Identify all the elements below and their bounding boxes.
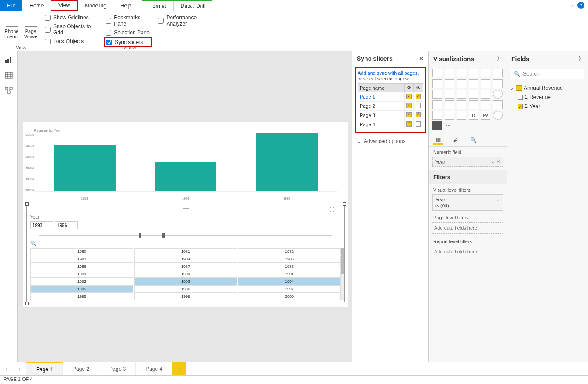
viz-donut-icon[interactable] [481,90,490,99]
viz-scatter-icon[interactable] [457,90,466,99]
year-cell[interactable]: 1990 [134,271,237,278]
viz-python-icon[interactable]: Py [481,111,490,120]
page-tab-4[interactable]: Page 4 [136,362,172,375]
page-filters-drop[interactable]: Add data fields here [432,222,503,234]
collapse-pane-icon[interactable]: 〉 [578,55,584,62]
year-cell[interactable]: 1989 [30,271,133,278]
resize-handle[interactable] [25,302,29,305]
viz-100-stacked-bar-icon[interactable] [481,69,490,77]
year-cell[interactable]: 1996 [134,285,237,293]
visible-checkbox[interactable] [416,121,421,127]
slicer-range[interactable] [39,233,332,238]
field-year[interactable]: ΣYear [510,102,585,111]
menu-format[interactable]: Format [142,1,173,11]
viz-line-icon[interactable] [432,79,442,88]
year-cell[interactable]: 1987 [134,263,237,270]
slicer-from-input[interactable] [30,221,53,229]
viz-custom-icon[interactable] [432,121,442,130]
viz-pie-icon[interactable] [469,90,478,99]
model-view-icon[interactable] [5,87,13,94]
year-cell[interactable]: 1981 [134,248,237,255]
page-tab-2[interactable]: Page 2 [63,362,99,375]
slicer-scroll-thumb[interactable] [341,248,344,274]
add-page-button[interactable]: + [172,362,186,375]
year-filter-card[interactable]: Year⌄ is (All) [432,194,503,211]
viz-line-stacked-icon[interactable] [481,79,490,88]
collapse-ribbon-icon[interactable]: ︿ [570,2,575,8]
visible-checkbox[interactable] [416,112,421,117]
move-grip-icon[interactable] [183,208,189,209]
report-filters-drop[interactable]: Add data fields here [432,246,503,257]
resize-handle[interactable] [343,302,346,305]
viz-ribbon-icon[interactable] [493,79,503,88]
sync-checkbox[interactable] [406,121,412,127]
year-cell[interactable]: 1980 [30,248,133,255]
year-cell[interactable]: 1985 [238,256,341,263]
chevron-down-icon[interactable]: ⌄ [496,197,500,203]
range-handle-to[interactable] [162,233,165,238]
page-prev-button[interactable]: ‹ [0,362,13,375]
viz-table-icon[interactable] [445,111,454,120]
viz-stacked-area-icon[interactable] [457,79,466,88]
field-checkbox[interactable] [518,104,523,109]
field-checkbox[interactable] [518,95,523,100]
viz-multi-row-card-icon[interactable] [481,100,490,109]
chart-bar[interactable] [155,162,216,192]
viz-card-icon[interactable] [469,100,478,109]
viz-arcgis-icon[interactable] [493,111,503,120]
phone-layout-button[interactable]: Phone Layout [3,13,21,39]
year-cell[interactable]: 1984 [134,256,237,263]
viz-r-script-icon[interactable]: R [469,111,478,120]
range-handle-from[interactable] [139,233,141,238]
viz-matrix-icon[interactable] [457,111,466,120]
slicer-search-icon[interactable]: 🔍 [30,241,341,246]
chk-lock-objects[interactable]: Lock Objects [45,38,99,44]
viz-more-icon[interactable]: ⋯ [445,121,504,130]
page-tab-1[interactable]: Page 1 [26,362,63,375]
year-cell[interactable]: 1994 [238,278,341,285]
year-cell[interactable]: 1982 [238,248,341,255]
page-tab-3[interactable]: Page 3 [99,362,136,375]
viz-kpi-icon[interactable] [493,100,503,109]
analytics-tab-icon[interactable]: 🔍 [468,135,478,145]
collapse-pane-icon[interactable]: 〉 [497,55,502,62]
chart-bar[interactable] [256,133,318,191]
resize-handle[interactable] [25,202,29,206]
field-revenue[interactable]: ΣRevenue [510,92,585,102]
year-cell[interactable]: 1995 [30,285,133,293]
page-view-button[interactable]: Page View▾ [22,13,40,39]
sync-all-pages-link[interactable]: Add and sync with all pages, [358,70,419,76]
year-cell[interactable]: 1997 [238,285,341,293]
visible-checkbox[interactable] [416,94,421,99]
more-options-icon[interactable]: ⋯ [336,207,341,212]
viz-100-stacked-column-icon[interactable] [493,69,503,77]
visible-checkbox[interactable] [416,103,421,108]
year-cell[interactable]: 1986 [30,263,133,270]
chk-selection-pane[interactable]: Selection Pane [106,29,152,36]
year-slicer-visual[interactable]: ⛶ ⋯ Year 🔍 19801981198219831984198519861… [26,204,345,304]
viz-slicer-icon[interactable] [432,111,442,120]
viz-line-clustered-icon[interactable] [469,79,478,88]
numeric-field-well[interactable]: Year⌄ ✕ [432,157,503,167]
fields-tab-icon[interactable]: ▦ [433,135,443,145]
close-icon[interactable]: ✕ [419,55,424,62]
viz-area-icon[interactable] [445,79,454,88]
year-cell[interactable]: 1991 [238,271,341,278]
fields-search-input[interactable]: 🔍 Search [511,69,584,79]
field-dropdown-icon[interactable]: ⌄ ✕ [491,159,500,165]
advanced-options-toggle[interactable]: ⌄Advanced options [352,135,428,148]
table-node[interactable]: ⌄Annual Revenue [510,84,585,92]
data-view-icon[interactable] [5,72,13,79]
menu-modeling[interactable]: Modeling [78,0,113,11]
resize-handle[interactable] [343,202,346,206]
menu-home[interactable]: Home [22,0,51,11]
year-cell[interactable]: 2000 [238,293,341,300]
year-cell[interactable]: 1992 [30,278,133,285]
menu-file[interactable]: File [0,0,22,11]
chk-snap-objects[interactable]: Snap Objects to Grid [45,23,99,36]
menu-data-drill[interactable]: Data / Drill [173,1,212,11]
year-cell[interactable]: 1998 [30,293,133,300]
menu-view[interactable]: View [51,0,78,11]
page-next-button[interactable]: › [13,362,26,375]
chart-bar[interactable] [54,145,116,191]
